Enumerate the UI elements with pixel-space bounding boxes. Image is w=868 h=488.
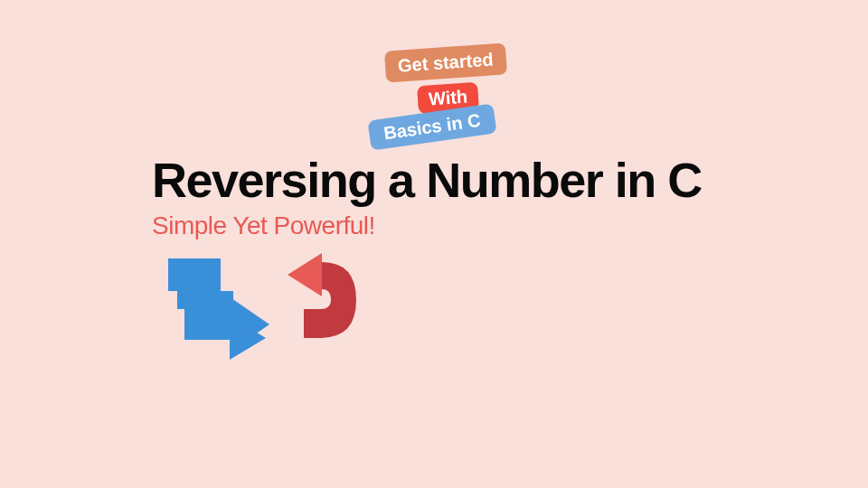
- forward-reverse-arrows-icon: [168, 253, 367, 361]
- svg-rect-9: [304, 309, 324, 338]
- svg-rect-4: [168, 258, 221, 289]
- page-subtitle: Simple Yet Powerful!: [152, 211, 375, 240]
- svg-marker-8: [288, 253, 322, 296]
- svg-rect-6: [190, 309, 233, 340]
- badge-get-started: Get started: [384, 42, 507, 82]
- page-title: Reversing a Number in C: [152, 152, 702, 208]
- arrow-graphic: [168, 253, 367, 365]
